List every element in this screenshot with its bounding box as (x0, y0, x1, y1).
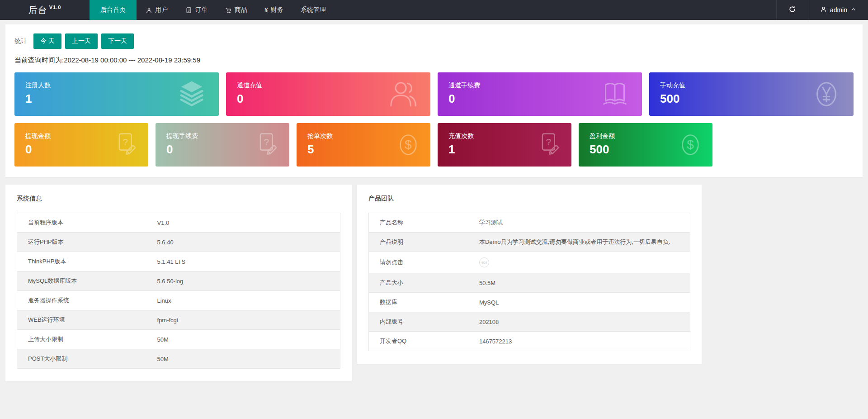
svg-text:?: ? (123, 137, 128, 147)
row-label: 内部版号 (369, 312, 468, 332)
row-value: 学习测试 (468, 213, 690, 233)
row-value: 50.5M (468, 273, 690, 293)
stat-card-order-grab-count: 抢单次数 5 $ (297, 123, 430, 167)
row-value: V1.0 (146, 213, 340, 233)
dollar-circle-icon: $ (677, 132, 703, 158)
doc-question-pencil-icon: ? (254, 132, 280, 158)
row-label: 上传大小限制 (17, 330, 146, 349)
document-icon (185, 6, 192, 14)
row-label: 服务器操作系统 (17, 291, 146, 310)
nav-item-products[interactable]: 商品 (216, 0, 256, 20)
user-menu[interactable]: admin (808, 0, 868, 20)
stat-card-channel-fee: 通道手续费 0 (438, 72, 642, 116)
nav-item-label: 订单 (195, 6, 208, 14)
row-label: 当前程序版本 (17, 213, 146, 233)
table-row: 服务器操作系统 Linux (17, 291, 340, 310)
row-value: Linux (146, 291, 340, 310)
row-value: MySQL (468, 293, 690, 312)
row-value: 5.1.41 LTS (146, 252, 340, 271)
table-row: POST大小限制 50M (17, 349, 340, 369)
stat-cards-row-2: 提现金额 0 ? 提现手续费 0 ? 抢单次数 5 $ 充值次数 1 ? (14, 123, 854, 167)
book-icon (599, 79, 630, 110)
row-value: 404 (468, 252, 690, 273)
row-value: fpm-fcgi (146, 310, 340, 330)
stat-card-withdraw-fee: 提现手续费 0 ? (156, 123, 289, 167)
row-label: 运行PHP版本 (17, 233, 146, 252)
cart-icon (225, 6, 232, 14)
refresh-button[interactable] (776, 0, 808, 20)
nav-item-label: 财务 (271, 6, 283, 14)
bottom-panels: 系统信息 当前程序版本 V1.0 运行PHP版本 5.6.40 ThinkPHP… (5, 185, 863, 381)
nav-item-finance[interactable]: ¥ 财务 (256, 0, 292, 20)
row-value: 50M (146, 330, 340, 349)
row-value: 1467572213 (468, 332, 690, 351)
nav-item-label: 用户 (155, 6, 168, 14)
product-team-title: 产品团队 (368, 195, 690, 203)
refresh-icon (788, 5, 796, 15)
row-label: 产品大小 (369, 273, 468, 293)
table-row: 开发者QQ 1467572213 (369, 332, 690, 351)
table-row: MySQL数据库版本 5.6.50-log (17, 271, 340, 291)
nav-item-label: 商品 (235, 6, 247, 14)
table-row: 运行PHP版本 5.6.40 (17, 233, 340, 252)
table-row: ThinkPHP版本 5.1.41 LTS (17, 252, 340, 271)
system-info-title: 系统信息 (17, 195, 340, 203)
table-row: 产品大小 50.5M (369, 273, 690, 293)
next-day-button[interactable]: 下一天 (101, 33, 134, 49)
users-icon (388, 79, 419, 110)
table-row: 数据库 MySQL (369, 293, 690, 312)
today-button[interactable]: 今 天 (33, 33, 61, 49)
nav-item-users[interactable]: 用户 (137, 0, 176, 20)
nav-item-system-settings[interactable]: 系统管理 (292, 0, 335, 20)
row-label: WEB运行环境 (17, 310, 146, 330)
doc-question-pencil-icon: ? (536, 132, 562, 158)
main-nav: 后台首页 用户 订单 商品 ¥ 财务 系统管理 (90, 0, 335, 20)
yen-icon: ¥ (264, 6, 268, 14)
system-info-table: 当前程序版本 V1.0 运行PHP版本 5.6.40 ThinkPHP版本 5.… (17, 213, 340, 369)
stat-card-manual-recharge: 手动充值 500 (649, 72, 854, 116)
product-team-panel: 产品团队 产品名称 学习测试 产品说明 本Demo只为学习测试交流,请勿要做商业… (357, 185, 702, 364)
nav-item-label: 后台首页 (100, 6, 126, 14)
row-label: 产品说明 (369, 233, 468, 252)
nav-item-orders[interactable]: 订单 (176, 0, 216, 20)
table-row: 请勿点击 404 (369, 252, 690, 273)
row-label: POST大小限制 (17, 349, 146, 369)
table-row: WEB运行环境 fpm-fcgi (17, 310, 340, 330)
stat-card-registered-users: 注册人数 1 (14, 72, 219, 116)
table-row: 产品说明 本Demo只为学习测试交流,请勿要做商业或者用于违法行为,一切后果自负… (369, 233, 690, 252)
svg-text:?: ? (546, 137, 551, 147)
row-label: MySQL数据库版本 (17, 271, 146, 291)
table-row: 内部版号 202108 (369, 312, 690, 332)
nav-item-home[interactable]: 后台首页 (90, 0, 137, 20)
stats-toolbar: 统计 今 天 上一天 下一天 (14, 33, 854, 49)
stat-card-channel-recharge: 通道充值 0 (226, 72, 430, 116)
row-label: 产品名称 (369, 213, 468, 233)
layers-icon (176, 79, 207, 110)
row-value: 5.6.50-log (146, 271, 340, 291)
user-icon (820, 6, 827, 14)
row-label: 数据库 (369, 293, 468, 312)
stats-section-label: 统计 (14, 37, 27, 45)
app-logo: 后台V1.0 (0, 0, 90, 20)
table-row: 上传大小限制 50M (17, 330, 340, 349)
user-icon (145, 6, 152, 14)
row-value: 5.6.40 (146, 233, 340, 252)
row-label: 开发者QQ (369, 332, 468, 351)
previous-day-button[interactable]: 上一天 (65, 33, 98, 49)
svg-text:?: ? (264, 137, 269, 147)
svg-text:$: $ (405, 138, 412, 152)
svg-text:$: $ (687, 138, 694, 152)
system-info-panel: 系统信息 当前程序版本 V1.0 运行PHP版本 5.6.40 ThinkPHP… (5, 185, 352, 381)
row-label: 请勿点击 (369, 252, 468, 273)
stats-panel: 统计 今 天 上一天 下一天 当前查询时间为:2022-08-19 00:00:… (5, 24, 863, 177)
app-version: V1.0 (49, 5, 61, 10)
do-not-click-badge[interactable]: 404 (479, 257, 489, 267)
doc-question-pencil-icon: ? (113, 132, 139, 158)
stat-card-withdraw-amount: 提现金额 0 ? (14, 123, 148, 167)
nav-item-label: 系统管理 (301, 6, 326, 14)
table-row: 当前程序版本 V1.0 (17, 213, 340, 233)
chevron-up-icon (850, 6, 856, 14)
row-value: 202108 (468, 312, 690, 332)
username: admin (830, 6, 847, 14)
stat-cards-row-1: 注册人数 1 通道充值 0 通道手续费 0 手动充值 500 (14, 72, 854, 116)
